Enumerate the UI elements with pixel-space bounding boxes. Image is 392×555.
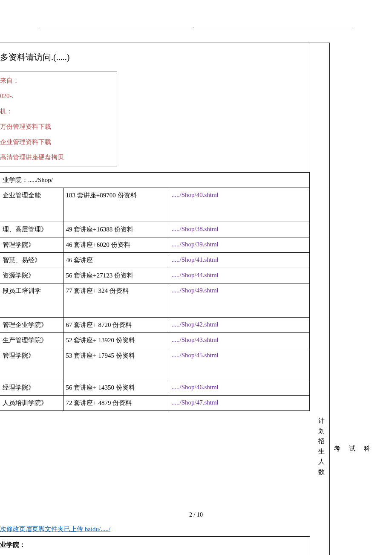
table-row: 智慧、易经》 46 套讲座 ...../Shop/41.shtml [0,253,310,268]
cell-detail: 46 套讲座 [63,253,169,268]
cell-link[interactable]: ...../Shop/46.shtml [169,380,309,396]
cell-link[interactable]: ...../Shop/43.shtml [169,333,309,348]
table-row: 管理学院》 46 套讲座+6020 份资料 ...../Shop/39.shtm… [0,237,310,253]
cell-detail: 46 套讲座+6020 份资料 [63,237,169,253]
cell-link[interactable]: ...../Shop/39.shtml [169,237,309,253]
source-line: 企业管理资料下载 [0,137,112,147]
table-row: 段员工培训学 77 套讲座+ 324 份资料 ...../Shop/49.sht… [0,283,310,318]
cell-detail: 56 套讲座+27123 份资料 [63,268,169,283]
cell-name: 人员培训学院》 [0,396,63,411]
source-line: 机： [0,106,112,116]
table-row: 管理企业学院》 67 套讲座+ 8720 份资料 ...../Shop/42.s… [0,318,310,333]
cell-name: 智慧、易经》 [0,253,63,268]
cell-link[interactable]: ...../Shop/41.shtml [169,253,309,268]
cell-detail: 183 套讲座+89700 份资料 [63,188,169,222]
main-content-column: 多资料请访问.(.....) 来自： 020-. 机： 万份管理资料下载 企业管… [0,43,310,411]
source-line: 高清管理讲座硬盘拷贝 [0,152,112,162]
cell-name: 段员工培训学 [0,283,63,318]
cell-detail: 52 套讲座+ 13920 份资料 [63,333,169,348]
cell-link[interactable]: ...../Shop/49.shtml [169,283,309,318]
cell-detail: 67 套讲座+ 8720 份资料 [63,318,169,333]
header-dot: . [193,23,194,30]
table-row: 经理学院》 56 套讲座+ 14350 份资料 ...../Shop/46.sh… [0,380,310,396]
table-header-row: 业学院：...../Shop/ [0,173,310,188]
cell-link[interactable]: ...../Shop/42.shtml [169,318,309,333]
cell-name: 经理学院》 [0,380,63,396]
table-row: 人员培训学院》 72 套讲座+ 4879 份资料 ...../Shop/47.s… [0,396,310,411]
cell-link[interactable]: ...../Shop/44.shtml [169,268,309,283]
source-line: 来自： [0,75,112,86]
table-row: 理、高层管理》 49 套讲座+16388 份资料 ...../Shop/38.s… [0,222,310,237]
table-row: 管理学院》 53 套讲座+ 17945 份资料 ...../Shop/45.sh… [0,348,310,380]
exam-subject-label: 考试科 [334,445,379,453]
cell-detail: 72 套讲座+ 4879 份资料 [63,396,169,411]
cell-link[interactable]: ...../Shop/40.shtml [169,188,309,222]
cell-link[interactable]: ...../Shop/45.shtml [169,348,309,380]
source-line: 万份管理资料下载 [0,121,112,132]
cell-detail: 53 套讲座+ 17945 份资料 [63,348,169,380]
document-page: . 多资料请访问.(.....) 来自： 020-. 机： 万份管理资料下载 企… [0,0,392,555]
cell-name: 资源学院》 [0,268,63,283]
shop-header-cell: 业学院：...../Shop/ [0,173,310,188]
right-border-column [310,43,330,555]
cell-name: 管理学院》 [0,237,63,253]
course-table: 业学院：...../Shop/ 企业管理全能 183 套讲座+89700 份资料… [0,172,310,411]
cell-name: 管理学院》 [0,348,63,380]
next-table-header: 业学院： [0,536,310,555]
source-box: 来自： 020-. 机： 万份管理资料下载 企业管理资料下载 高清管理讲座硬盘拷… [0,72,117,167]
source-line: 020-. [0,91,112,101]
footer-link[interactable]: 次修改页眉页脚文件夹已上传 baidu/...../ [0,525,110,533]
page-title: 多资料请访问.(.....) [0,52,310,63]
cell-detail: 77 套讲座+ 324 份资料 [63,283,169,318]
cell-link[interactable]: ...../Shop/47.shtml [169,396,309,411]
cell-name: 企业管理全能 [0,188,63,222]
page-number: 2 / 10 [0,512,392,518]
cell-detail: 56 套讲座+ 14350 份资料 [63,380,169,396]
cell-name: 管理企业学院》 [0,318,63,333]
cell-name: 生产管理学院》 [0,333,63,348]
table-row: 企业管理全能 183 套讲座+89700 份资料 ...../Shop/40.s… [0,188,310,222]
plan-count-label: 计划招生人数 [317,416,325,477]
cell-detail: 49 套讲座+16388 份资料 [63,222,169,237]
header-rule [40,30,352,30]
table-row: 资源学院》 56 套讲座+27123 份资料 ...../Shop/44.sht… [0,268,310,283]
cell-name: 理、高层管理》 [0,222,63,237]
cell-link[interactable]: ...../Shop/38.shtml [169,222,309,237]
table-row: 生产管理学院》 52 套讲座+ 13920 份资料 ...../Shop/43.… [0,333,310,348]
